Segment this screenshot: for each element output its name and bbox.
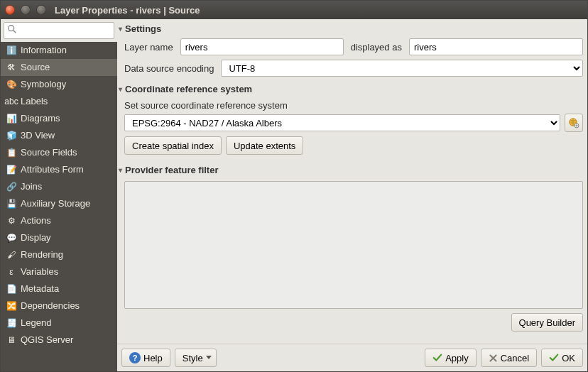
- actions-icon: ⚙: [6, 214, 16, 227]
- sidebar-item-3d-view[interactable]: 🧊3D View: [1, 127, 117, 144]
- display-icon: 💬: [6, 231, 16, 244]
- apply-label: Apply: [445, 353, 469, 363]
- update-extents-button[interactable]: Update extents: [226, 136, 303, 155]
- collapse-icon: ▾: [119, 166, 122, 174]
- sidebar-item-legend[interactable]: 🧾Legend: [1, 314, 117, 332]
- labels-icon: abc: [6, 95, 16, 108]
- create-spatial-index-button[interactable]: Create spatial index: [124, 136, 222, 155]
- titlebar: Layer Properties - rivers | Source: [1, 1, 587, 19]
- apply-button[interactable]: Apply: [425, 349, 477, 367]
- sidebar-item-label: Auxiliary Storage: [21, 197, 90, 210]
- sidebar-item-source[interactable]: 🛠Source: [1, 59, 117, 76]
- sidebar-item-label: Attributes Form: [21, 163, 84, 176]
- information-icon: ℹ️: [6, 44, 16, 57]
- sidebar-item-qgis-server[interactable]: 🖥QGIS Server: [1, 332, 117, 349]
- sidebar-item-label: Symbology: [21, 78, 66, 91]
- section-crs-header[interactable]: ▾ Coordinate reference system: [119, 80, 583, 97]
- encoding-select[interactable]: UTF-8: [221, 60, 583, 77]
- sidebar-item-label: Rendering: [21, 248, 63, 261]
- sidebar-item-actions[interactable]: ⚙Actions: [1, 212, 117, 229]
- row-layer-name: Layer name displayed as: [119, 37, 583, 58]
- encoding-label: Data source encoding: [124, 63, 214, 74]
- sidebar-search: [1, 19, 117, 42]
- sidebar-item-label: Dependencies: [21, 300, 80, 312]
- sidebar-item-information[interactable]: ℹ️Information: [1, 42, 117, 59]
- ok-button[interactable]: OK: [541, 349, 583, 367]
- joins-icon: 🔗: [6, 180, 16, 193]
- sidebar-item-dependencies[interactable]: 🔀Dependencies: [1, 297, 117, 314]
- sidebar-item-labels[interactable]: abcLabels: [1, 93, 117, 110]
- svg-point-0: [9, 26, 14, 31]
- content-area: ▾ Settings Layer name displayed as Data …: [117, 19, 587, 344]
- legend-icon: 🧾: [6, 317, 16, 329]
- auxiliary-storage-icon: 💾: [6, 197, 16, 210]
- sidebar-item-label: 3D View: [21, 129, 55, 142]
- symbology-icon: 🎨: [6, 78, 16, 91]
- dialog-window: Layer Properties - rivers | Source ℹ️Inf…: [0, 0, 588, 372]
- sidebar-nav: ℹ️Information🛠Source🎨SymbologyabcLabels📊…: [1, 42, 117, 371]
- main-panel: ▾ Settings Layer name displayed as Data …: [117, 19, 587, 371]
- update-extents-label: Update extents: [234, 141, 295, 151]
- ok-label: OK: [562, 353, 575, 363]
- minimize-icon[interactable]: [21, 5, 31, 15]
- sidebar-item-label: Labels: [21, 95, 48, 108]
- section-settings-header[interactable]: ▾ Settings: [119, 19, 583, 37]
- source-fields-icon: 📋: [6, 146, 16, 159]
- sidebar-item-variables[interactable]: εVariables: [1, 263, 117, 280]
- sidebar-item-symbology[interactable]: 🎨Symbology: [1, 76, 117, 93]
- sidebar-item-label: Information: [21, 44, 67, 57]
- chevron-down-icon: [206, 356, 212, 359]
- sidebar-item-label: Joins: [21, 180, 42, 193]
- maximize-icon[interactable]: [36, 5, 46, 15]
- collapse-icon: ▾: [119, 85, 122, 93]
- check-icon: [432, 353, 442, 363]
- close-icon[interactable]: [5, 5, 15, 15]
- sidebar-item-rendering[interactable]: 🖌Rendering: [1, 246, 117, 263]
- sidebar-item-joins[interactable]: 🔗Joins: [1, 178, 117, 195]
- dialog-footer: ? Help Style Apply: [117, 344, 587, 371]
- crs-select[interactable]: EPSG:2964 - NAD27 / Alaska Albers: [124, 114, 560, 131]
- help-button[interactable]: ? Help: [121, 349, 170, 367]
- sidebar-item-label: Source: [21, 61, 50, 74]
- sidebar-item-diagrams[interactable]: 📊Diagrams: [1, 110, 117, 127]
- sidebar-item-label: Variables: [21, 266, 58, 278]
- diagrams-icon: 📊: [6, 112, 16, 125]
- layer-name-label: Layer name: [124, 42, 173, 53]
- query-builder-label: Query Builder: [519, 317, 575, 328]
- search-icon: [7, 24, 17, 34]
- displayed-as-input[interactable]: [409, 38, 583, 55]
- collapse-icon: ▾: [119, 25, 122, 33]
- sidebar-item-label: Legend: [21, 317, 51, 329]
- style-label: Style: [183, 353, 203, 363]
- 3d-view-icon: 🧊: [6, 129, 16, 142]
- help-label: Help: [143, 353, 163, 363]
- sidebar-item-auxiliary-storage[interactable]: 💾Auxiliary Storage: [1, 195, 117, 212]
- svg-line-1: [13, 31, 16, 33]
- cancel-label: Cancel: [501, 353, 529, 363]
- globe-icon: [568, 117, 579, 128]
- dialog-body: ℹ️Information🛠Source🎨SymbologyabcLabels📊…: [1, 19, 587, 371]
- sidebar-item-display[interactable]: 💬Display: [1, 229, 117, 246]
- section-filter-title: Provider feature filter: [125, 165, 219, 175]
- sidebar-item-metadata[interactable]: 📄Metadata: [1, 280, 117, 297]
- cancel-button[interactable]: Cancel: [481, 349, 537, 367]
- search-input[interactable]: [4, 22, 114, 39]
- attributes-form-icon: 📝: [6, 163, 16, 176]
- sidebar-item-label: QGIS Server: [21, 334, 73, 346]
- dependencies-icon: 🔀: [6, 300, 16, 312]
- create-spatial-index-label: Create spatial index: [132, 141, 214, 151]
- crs-picker-button[interactable]: [565, 114, 583, 132]
- row-crs: EPSG:2964 - NAD27 / Alaska Albers: [124, 114, 583, 132]
- section-filter-header[interactable]: ▾ Provider feature filter: [119, 160, 583, 178]
- displayed-as-label: displayed as: [351, 42, 402, 53]
- rendering-icon: 🖌: [6, 248, 16, 261]
- close-icon: [489, 354, 498, 363]
- row-encoding: Data source encoding UTF-8: [119, 58, 583, 80]
- layer-name-input[interactable]: [180, 38, 344, 55]
- sidebar-item-attributes-form[interactable]: 📝Attributes Form: [1, 161, 117, 178]
- query-builder-button[interactable]: Query Builder: [511, 313, 583, 332]
- sidebar-item-source-fields[interactable]: 📋Source Fields: [1, 144, 117, 161]
- metadata-icon: 📄: [6, 283, 16, 295]
- style-button[interactable]: Style: [175, 349, 217, 367]
- filter-expression-box[interactable]: [124, 181, 583, 309]
